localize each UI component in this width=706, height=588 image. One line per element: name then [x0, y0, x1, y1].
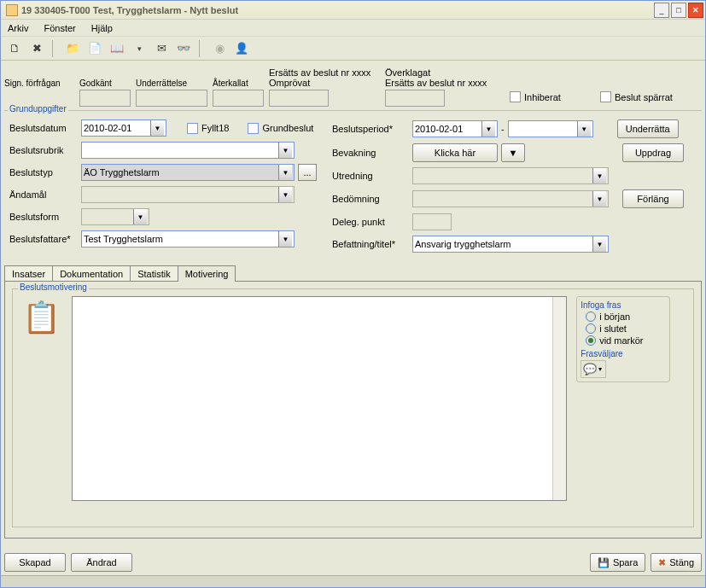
- label-befattning: Befattning/titel*: [332, 239, 409, 249]
- checkbox-inhiberat[interactable]: [510, 91, 521, 102]
- separator: [52, 40, 57, 57]
- field-beslutsfattare[interactable]: Test Trygghetslarm▼: [81, 230, 295, 247]
- menu-arkiv[interactable]: Arkiv: [8, 23, 28, 33]
- tab-insatser[interactable]: Insatser: [4, 265, 53, 282]
- scrollbar[interactable]: [552, 297, 566, 500]
- legend-motivering: Beslutsmotivering: [18, 282, 89, 292]
- frasvaljare-button[interactable]: 💬▾: [581, 360, 606, 378]
- maximize-button[interactable]: □: [671, 3, 686, 18]
- label-inhiberat: Inhiberat: [524, 92, 561, 102]
- label-godkant: Godkänt: [79, 66, 131, 90]
- radio-islutet[interactable]: [586, 323, 596, 334]
- field-aterkallat: [213, 90, 264, 107]
- glasses-icon[interactable]: 👓: [177, 42, 190, 55]
- tab-dokumentation[interactable]: Dokumentation: [52, 265, 131, 282]
- label-ersatt2: Ersätts av beslut nr xxxx: [385, 78, 487, 88]
- field-beslutsperiod-to[interactable]: ▼: [508, 120, 593, 137]
- chevron-down-icon[interactable]: ▼: [150, 120, 164, 136]
- browse-button[interactable]: ...: [298, 164, 317, 181]
- andrad-button[interactable]: Ändrad: [71, 553, 132, 572]
- label-frasvaljare: Frasväljare: [581, 349, 666, 358]
- app-icon: [6, 4, 18, 16]
- chevron-down-icon[interactable]: ▼: [592, 236, 606, 252]
- chevron-down-icon[interactable]: ▼: [278, 165, 292, 180]
- tab-content: Beslutsmotivering 📋 Infoga fras i början…: [4, 281, 702, 539]
- field-deleg: [412, 213, 452, 230]
- skapad-button[interactable]: Skapad: [4, 553, 66, 572]
- chevron-down-icon: ▼: [592, 191, 606, 207]
- label-bevakning: Bevakning: [332, 148, 409, 158]
- chevron-down-icon[interactable]: ▼: [481, 121, 495, 137]
- person-icon: 👤: [235, 42, 248, 55]
- motivering-textarea[interactable]: [72, 296, 567, 501]
- menu-bar: Arkiv Fönster Hjälp: [1, 20, 705, 37]
- field-befattning[interactable]: Ansvarig trygghetslarm▼: [412, 236, 609, 253]
- folder-icon[interactable]: 📁: [66, 42, 79, 55]
- status-bar: [1, 575, 705, 587]
- toolbar: 🗋 ✖ 📁 📄 📖 ▾ ✉ 👓 ◉ 👤: [1, 37, 705, 61]
- chevron-down-icon: ▼: [592, 168, 606, 183]
- new-doc-icon[interactable]: 🗋: [8, 42, 21, 55]
- chevron-down-icon[interactable]: ▼: [278, 143, 292, 158]
- radio-iborjan[interactable]: [586, 311, 596, 322]
- delete-icon[interactable]: ✖: [30, 42, 44, 55]
- menu-fonster[interactable]: Fönster: [44, 23, 75, 33]
- radio-vidmarkor[interactable]: [586, 335, 596, 346]
- label-overklagat: Överklagat: [385, 67, 430, 78]
- label-beslutsdatum: Beslutsdatum: [9, 123, 78, 133]
- field-beslutstyp[interactable]: ÄO Trygghetslarm▼: [81, 164, 295, 181]
- underratta-button[interactable]: Underrätta: [617, 119, 679, 138]
- label-beslutstyp: Beslutstyp: [9, 167, 78, 178]
- stang-button[interactable]: ✖Stäng: [651, 553, 702, 572]
- mail-icon[interactable]: ✉: [155, 42, 168, 55]
- field-underrattelse: [136, 90, 207, 107]
- label-sign-forfragan: Sign. förfrågan: [4, 66, 74, 90]
- legend-grunduppgifter: Grunduppgifter: [8, 104, 68, 114]
- label-underrattelse: Underrättelse: [136, 66, 207, 90]
- beslutsmotivering-section: Beslutsmotivering 📋 Infoga fras i början…: [12, 288, 694, 527]
- minimize-button[interactable]: _: [654, 3, 669, 18]
- dropdown-toggle-icon[interactable]: ▾: [132, 42, 146, 55]
- checkbox-sparrat[interactable]: [600, 91, 611, 102]
- label-utredning: Utredning: [332, 171, 409, 181]
- checkbox-grundbeslut[interactable]: [248, 123, 259, 134]
- label-iborjan: i början: [599, 311, 630, 322]
- value-beslutsdatum: 2010-02-01: [84, 123, 131, 133]
- field-beslutsperiod-from[interactable]: 2010-02-01▼: [412, 120, 498, 137]
- save-icon: 💾: [598, 557, 610, 568]
- bevakning-dropdown-button[interactable]: ▼: [501, 143, 525, 162]
- chevron-down-icon[interactable]: ▼: [577, 121, 591, 137]
- fingerprint-icon: ◉: [213, 42, 226, 55]
- checkbox-fyllt18[interactable]: [187, 123, 198, 134]
- label-ersatt-top: Ersätts av beslut nr xxxx: [269, 67, 371, 78]
- separator: [199, 40, 204, 57]
- label-dash: -: [501, 124, 505, 134]
- label-fyllt18: Fyllt18: [201, 123, 229, 133]
- label-bedomning: Bedömning: [332, 194, 409, 204]
- book-icon[interactable]: 📖: [110, 42, 124, 55]
- klicka-button[interactable]: Klicka här: [412, 143, 498, 162]
- tab-statistik[interactable]: Statistik: [130, 265, 178, 282]
- menu-hjalp[interactable]: Hjälp: [91, 23, 113, 33]
- chevron-down-icon[interactable]: ▼: [278, 231, 292, 247]
- tab-motivering[interactable]: Motivering: [178, 265, 236, 282]
- uppdrag-button[interactable]: Uppdrag: [622, 143, 684, 162]
- infoga-fras-panel: Infoga fras i början i slutet vid markör…: [576, 296, 670, 382]
- value-beslutstyp: ÄO Trygghetslarm: [84, 167, 160, 178]
- field-beslutsform: ▼: [81, 208, 149, 225]
- label-beslutsrubrik: Beslutsrubrik: [9, 145, 78, 155]
- page-icon[interactable]: 📄: [88, 42, 102, 55]
- label-omprovat: Omprövat: [269, 78, 310, 88]
- field-utredning: ▼: [412, 167, 609, 184]
- label-aterkallat: Återkallat: [213, 66, 264, 90]
- forlang-button[interactable]: Förläng: [622, 189, 684, 208]
- close-icon: ✖: [658, 557, 666, 568]
- value-beslutsperiod: 2010-02-01: [415, 124, 463, 134]
- close-button[interactable]: ✕: [688, 3, 703, 18]
- spara-button[interactable]: 💾Spara: [590, 553, 645, 572]
- field-bedomning: ▼: [412, 190, 609, 207]
- field-beslutsrubrik[interactable]: ▼: [81, 142, 295, 159]
- grunduppgifter-section: Grunduppgifter Beslutsdatum 2010-02-01▼ …: [4, 110, 702, 258]
- field-beslutsdatum[interactable]: 2010-02-01▼: [81, 119, 166, 137]
- field-overklagat: [385, 90, 445, 107]
